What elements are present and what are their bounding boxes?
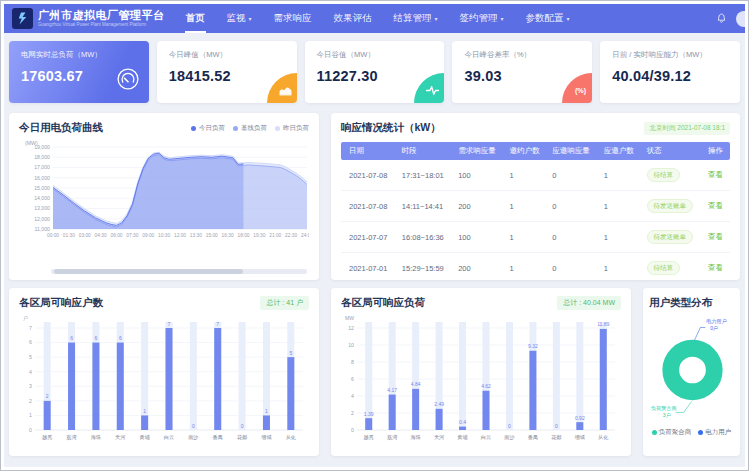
column-header: 需求响应量 bbox=[454, 142, 505, 160]
chevron-down-icon: ▾ bbox=[501, 15, 504, 22]
nav-item-label: 监视 bbox=[227, 12, 246, 25]
legend-item[interactable]: 今日负荷 bbox=[191, 124, 225, 133]
legend-item[interactable]: 昨日负荷 bbox=[275, 124, 309, 133]
table-cell: 1 bbox=[505, 191, 548, 222]
status-badge: 待结算 bbox=[647, 261, 681, 275]
nav-item-settlement[interactable]: 结算管理▾ bbox=[383, 4, 449, 33]
chevron-down-icon: ▾ bbox=[249, 15, 252, 22]
nav-item-monitor[interactable]: 监视▾ bbox=[216, 4, 263, 33]
svg-text:15,000: 15,000 bbox=[34, 185, 50, 191]
svg-text:荔湾: 荔湾 bbox=[66, 434, 77, 441]
kpi-value: 39.03 bbox=[464, 68, 580, 84]
svg-text:0: 0 bbox=[508, 423, 511, 429]
nav-item-label: 参数配置 bbox=[526, 12, 564, 25]
district-load-chart: 024681012MW1.39越秀4.17荔湾4.84海珠2.49天河0.4黄埔… bbox=[341, 312, 621, 462]
svg-text:3户: 3户 bbox=[663, 412, 671, 418]
legend-dot bbox=[191, 126, 196, 131]
table-cell: 2021-07-08 bbox=[341, 191, 398, 222]
district-users-total-badge: 总计 : 41 户 bbox=[260, 296, 309, 310]
notification-bell-icon[interactable] bbox=[716, 13, 727, 24]
legend-dot bbox=[698, 430, 703, 435]
nav-item-parameters[interactable]: 参数配置▾ bbox=[515, 4, 581, 33]
svg-text:MW: MW bbox=[345, 315, 354, 321]
svg-text:11,000: 11,000 bbox=[35, 226, 51, 232]
chart-zoom-range[interactable] bbox=[54, 269, 243, 274]
user-type-legend: 负荷聚合商电力用户 bbox=[649, 428, 734, 437]
svg-text:0户: 0户 bbox=[710, 325, 718, 331]
legend-item[interactable]: 电力用户 bbox=[698, 428, 731, 437]
nav-item-effect-evaluation[interactable]: 效果评估 bbox=[323, 4, 383, 33]
table-row: 2021-07-0115:29~15:59200101待结算查看 bbox=[341, 253, 730, 281]
legend-item[interactable]: 负荷聚合商 bbox=[652, 428, 692, 437]
user-type-title: 用户类型分布 bbox=[649, 296, 712, 310]
svg-text:0.4: 0.4 bbox=[459, 419, 466, 425]
table-cell: 15:29~15:59 bbox=[398, 253, 454, 281]
nav-item-label: 结算管理 bbox=[394, 12, 432, 25]
view-link[interactable]: 查看 bbox=[708, 201, 723, 210]
svg-text:0: 0 bbox=[351, 427, 354, 433]
table-cell: 17:31~18:01 bbox=[398, 160, 454, 191]
svg-text:2: 2 bbox=[46, 393, 49, 399]
svg-text:7: 7 bbox=[216, 321, 219, 327]
svg-text:17,000: 17,000 bbox=[34, 164, 50, 170]
svg-text:(%): (%) bbox=[575, 86, 587, 95]
svg-text:4: 4 bbox=[351, 393, 354, 399]
user-type-chart: 负荷聚合商3户电力用户0户 bbox=[649, 310, 734, 428]
table-cell: 2021-07-08 bbox=[341, 160, 398, 191]
kpi-card-peak-valley-rate: 今日峰谷差率（%） 39.03 (%) bbox=[452, 41, 592, 103]
table-cell: 0 bbox=[548, 160, 599, 191]
legend-item[interactable]: 基线负荷 bbox=[233, 124, 267, 133]
status-badge: 待发送账单 bbox=[647, 199, 694, 213]
navbar-right bbox=[716, 11, 745, 27]
svg-text:海珠: 海珠 bbox=[410, 434, 420, 441]
svg-text:从化: 从化 bbox=[598, 434, 608, 441]
table-cell: 100 bbox=[454, 222, 505, 253]
svg-text:花都: 花都 bbox=[551, 434, 562, 441]
kpi-label: 电网实时总负荷（MW） bbox=[21, 50, 137, 60]
table-cell: 1 bbox=[505, 160, 548, 191]
nav-item-contract[interactable]: 签约管理▾ bbox=[449, 4, 515, 33]
chart-zoom-slider[interactable] bbox=[51, 269, 307, 274]
column-header: 应邀响应量 bbox=[548, 142, 599, 160]
district-users-chart: 01234567户2越秀6荔湾6海珠6天河1黄埔7白云0南沙7番禺0花都1增城5… bbox=[19, 312, 309, 462]
logo-icon bbox=[12, 8, 33, 29]
table-cell: 0 bbox=[548, 222, 599, 253]
svg-text:白云: 白云 bbox=[481, 434, 491, 441]
chevron-down-icon: ▾ bbox=[435, 15, 438, 22]
svg-text:8: 8 bbox=[351, 359, 354, 365]
app-frame: 广州市虚拟电厂管理平台 Guangzhou Virtual Power Plan… bbox=[0, 0, 749, 471]
kpi-value: 11227.30 bbox=[317, 68, 433, 84]
svg-text:13,000: 13,000 bbox=[34, 205, 50, 211]
kpi-label: 日前 / 实时响应能力（MW） bbox=[612, 50, 728, 60]
load-curve-chart: 11,00012,00013,00014,00015,00016,00017,0… bbox=[19, 137, 309, 253]
svg-text:00:00: 00:00 bbox=[47, 233, 59, 238]
kpi-label: 今日峰值（MW） bbox=[169, 50, 285, 60]
svg-text:海珠: 海珠 bbox=[91, 434, 101, 441]
svg-text:4.84: 4.84 bbox=[411, 381, 421, 387]
nav-item-demand-response[interactable]: 需求响应 bbox=[263, 4, 323, 33]
svg-text:黄埔: 黄埔 bbox=[139, 434, 149, 440]
svg-text:16,000: 16,000 bbox=[34, 175, 50, 181]
column-header: 时段 bbox=[398, 142, 454, 160]
table-cell: 1 bbox=[505, 253, 548, 281]
kpi-card-today-valley: 今日谷值（MW） 11227.30 bbox=[305, 41, 445, 103]
top-navbar: 广州市虚拟电厂管理平台 Guangzhou Virtual Power Plan… bbox=[4, 4, 745, 33]
app-logo: 广州市虚拟电厂管理平台 Guangzhou Virtual Power Plan… bbox=[12, 8, 165, 29]
response-stats-card: 响应情况统计（kW） 北京时间 2021-07-08 18:1 日期时段需求响应… bbox=[331, 113, 740, 280]
user-avatar[interactable] bbox=[736, 11, 745, 27]
view-link[interactable]: 查看 bbox=[708, 170, 723, 179]
svg-text:天河: 天河 bbox=[434, 434, 445, 441]
column-header: 邀约户数 bbox=[505, 142, 548, 160]
legend-dot bbox=[275, 126, 280, 131]
district-users-card: 各区局可响应户数 总计 : 41 户 01234567户2越秀6荔湾6海珠6天河… bbox=[9, 288, 319, 456]
svg-text:4.62: 4.62 bbox=[481, 383, 491, 389]
nav-item-home[interactable]: 首页 bbox=[175, 4, 216, 33]
beijing-time-badge: 北京时间 2021-07-08 18:1 bbox=[644, 122, 730, 135]
view-link[interactable]: 查看 bbox=[708, 232, 723, 241]
view-link[interactable]: 查看 bbox=[708, 263, 723, 272]
kpi-card-response-capacity: 日前 / 实时响应能力（MW） 40.04/39.12 bbox=[600, 41, 740, 103]
svg-text:越秀: 越秀 bbox=[42, 434, 52, 441]
nav-item-label: 首页 bbox=[186, 12, 205, 25]
svg-text:6: 6 bbox=[351, 376, 354, 382]
table-cell: 200 bbox=[454, 191, 505, 222]
